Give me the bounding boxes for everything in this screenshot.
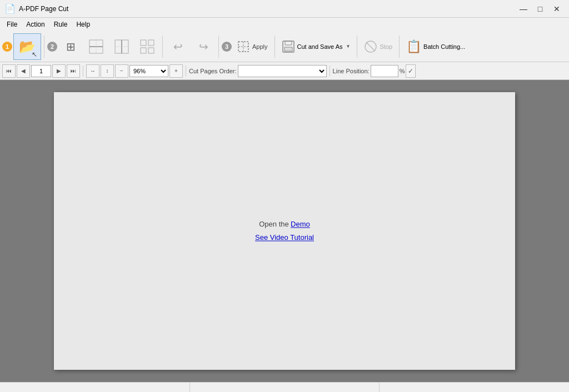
cut-horizontal-button[interactable] [84, 33, 108, 60]
zoom-fit-height-button[interactable]: ↕ [101, 64, 114, 78]
line-position-input[interactable] [371, 65, 398, 77]
video-tutorial-link[interactable]: See Video Tutorial [255, 233, 314, 242]
demo-link[interactable]: Demo [291, 220, 310, 228]
svg-rect-8 [141, 48, 146, 53]
stop-icon [364, 40, 377, 53]
maximize-button[interactable]: □ [532, 3, 548, 15]
nav-sep-2 [186, 66, 186, 77]
redo-button[interactable]: ↪ [191, 33, 216, 60]
open-the-text: Open the [259, 220, 289, 228]
undo-icon: ↩ [173, 40, 183, 53]
separator-6 [399, 36, 400, 58]
separator-4 [274, 36, 275, 58]
menu-help[interactable]: Help [72, 19, 94, 29]
step2-badge: 2 [47, 42, 57, 52]
status-segment-3 [380, 383, 569, 392]
line-position-apply-button[interactable]: ✓ [406, 64, 416, 78]
grid-4-button[interactable]: ⊞ [58, 33, 83, 60]
title-bar-controls: — □ ✕ [516, 3, 565, 15]
cut-save-dropdown-arrow[interactable]: ▼ [346, 44, 350, 49]
line-position-label: Line Position: [333, 68, 370, 74]
menu-bar: File Action Rule Help [0, 18, 569, 31]
cut-vertical-icon [114, 39, 129, 54]
nav-toolbar: ⏮ ◀ 1 ▶ ⏭ ↔ ↕ − 96% 50% 75% 100% 125% 15… [0, 62, 569, 80]
close-button[interactable]: ✕ [549, 3, 565, 15]
menu-file[interactable]: File [2, 19, 22, 29]
status-bar [0, 382, 569, 392]
title-bar-left: 📄 A-PDF Page Cut [4, 3, 68, 14]
cut-pages-order-select[interactable] [238, 65, 327, 77]
cut-save-button[interactable]: Cut and Save As ▼ [278, 33, 355, 60]
separator-3 [218, 36, 219, 58]
apply-label: Apply [252, 43, 268, 50]
grid-4-icon: ⊞ [66, 40, 76, 53]
cut-both-button[interactable] [135, 33, 159, 60]
cut-vertical-button[interactable] [109, 33, 134, 60]
page-number-input[interactable]: 1 [31, 65, 51, 77]
window-title: A-PDF Page Cut [19, 5, 68, 13]
last-page-button[interactable]: ⏭ [67, 64, 80, 78]
menu-rule[interactable]: Rule [49, 19, 72, 29]
step3-badge: 3 [222, 42, 232, 52]
separator-1 [44, 36, 44, 58]
zoom-out-button[interactable]: − [115, 64, 128, 78]
svg-rect-6 [141, 40, 146, 46]
app-icon: 📄 [4, 3, 16, 14]
cut-horizontal-icon [88, 39, 104, 54]
title-bar: 📄 A-PDF Page Cut — □ ✕ [0, 0, 569, 18]
cut-pages-order-label: Cut Pages Order: [189, 68, 237, 74]
status-segment-1 [0, 383, 190, 392]
save-icon [282, 40, 295, 53]
batch-icon: 📋 [406, 39, 421, 54]
stop-label: Stop [380, 43, 392, 50]
page-canvas: Open the Demo See Video Tutorial [54, 92, 515, 370]
undo-button[interactable]: ↩ [166, 33, 190, 60]
step1-badge: 1 [2, 42, 12, 52]
svg-rect-14 [285, 41, 292, 45]
batch-label: Batch Cutting... [423, 43, 465, 50]
zoom-fit-width-button[interactable]: ↔ [86, 64, 99, 78]
menu-action[interactable]: Action [22, 19, 49, 29]
apply-button[interactable]: Apply [233, 33, 272, 60]
stop-button[interactable]: Stop [360, 33, 396, 60]
batch-cutting-button[interactable]: 📋 Batch Cutting... [402, 33, 469, 60]
first-page-button[interactable]: ⏮ [2, 64, 16, 78]
cursor-icon: ↖ [32, 51, 37, 58]
zoom-in-button[interactable]: + [169, 64, 183, 78]
svg-line-17 [366, 42, 375, 51]
nav-sep-3 [330, 66, 330, 77]
minimize-button[interactable]: — [516, 3, 531, 15]
prev-page-button[interactable]: ◀ [17, 64, 30, 78]
main-toolbar: 1 📂 ↖ 2 ⊞ [0, 31, 569, 62]
cut-save-label: Cut and Save As [297, 43, 343, 50]
svg-rect-7 [148, 40, 154, 46]
page-center-text: Open the Demo See Video Tutorial [255, 218, 314, 244]
apply-icon [237, 40, 250, 53]
line-position-unit: % [400, 68, 405, 74]
separator-5 [357, 36, 357, 58]
separator-2 [162, 36, 163, 58]
redo-icon: ↪ [199, 40, 208, 53]
svg-rect-9 [148, 48, 154, 53]
nav-sep-1 [83, 66, 83, 77]
open-button[interactable]: 📂 ↖ [13, 33, 41, 60]
zoom-select[interactable]: 96% 50% 75% 100% 125% 150% 200% [129, 65, 168, 77]
next-page-button[interactable]: ▶ [52, 64, 66, 78]
status-segment-2 [190, 383, 380, 392]
cut-both-icon [139, 39, 155, 54]
main-content: Open the Demo See Video Tutorial [0, 80, 569, 382]
svg-rect-15 [284, 47, 292, 51]
